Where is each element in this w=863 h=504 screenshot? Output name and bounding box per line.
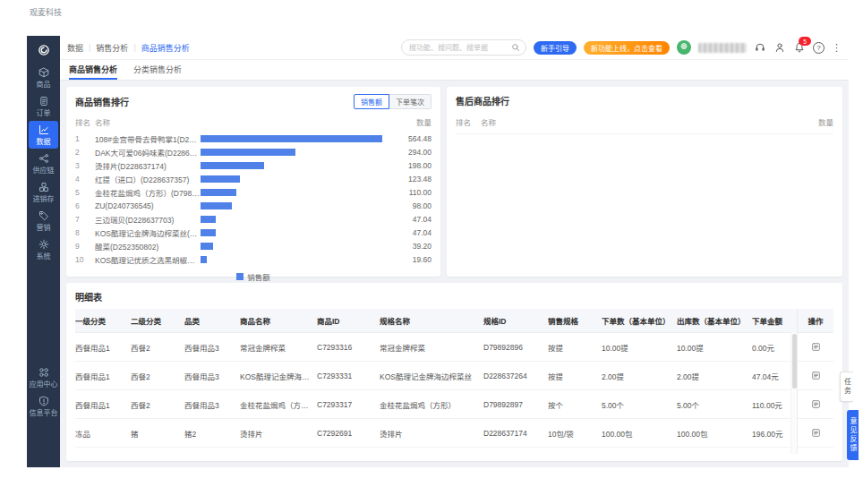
rank-row: 10KOS酷理记优质之选黑胡椒粒(D228634296)19.60 [75,252,432,266]
sidebar-item-应用中心[interactable]: 应用中心 [29,363,58,391]
table-cell: 100.00包 [602,428,677,439]
metric-toggle-下单笔次[interactable]: 下单笔次 [389,94,432,109]
legend-label: 销售额 [247,271,270,282]
tab-商品销售分析[interactable]: 商品销售分析 [69,60,117,80]
table-cell: 2.00提 [677,371,752,381]
sales-rank-rows: 1108#金宫带骨去骨鸭掌1(D228637144)564.482DAK大可爱0… [75,132,432,266]
newbie-guide-button[interactable]: 新手引导 [534,41,577,55]
topbar-right: 新手引导 新功能上线，点击查看 5 ? ⋮ [401,39,842,56]
inventory-icon [38,182,49,192]
detail-table-card: 明细表 一级分类二级分类品类商品名称商品ID规格名称规格ID销售规格下单数（基本… [66,283,842,461]
rank-number: 5 [75,188,95,197]
table-cell: C7292691 [317,429,380,438]
search-icon[interactable] [511,43,520,52]
metric-toggle-销售额[interactable]: 销售额 [354,94,389,109]
view-detail-icon[interactable] [811,342,821,352]
sidebar-item-信息平台[interactable]: 信息平台 [29,392,58,420]
op-cell [798,448,833,454]
sidebar-item-数据[interactable]: 数据 [29,121,58,149]
table-row: 西餐用品1西餐2西餐用品3KOS酷理记金牌海边榨菜丝C7293331KOS酷理记… [75,362,833,390]
more-options-icon[interactable]: ⋮ [832,43,842,53]
rank-number: 1 [75,134,95,143]
sales-rank-title: 商品销售排行 [75,95,129,108]
sales-rank-card: 商品销售排行 销售额下单笔次 排名 名称 数量 1108#金宫带骨去骨鸭掌1(D… [66,87,440,277]
legend-swatch [236,273,244,280]
view-detail-icon[interactable] [811,371,821,380]
help-icon[interactable]: ? [813,42,825,54]
rank-row: 8KOS酷理记金牌海边榨菜丝(D228637264)47.04 [75,226,432,239]
table-cell: KOS酷理记金牌海边榨菜丝 [240,371,317,381]
table-cell: 5.00个 [602,399,677,410]
sidebar-item-进销存[interactable]: 进销存 [29,178,58,206]
table-cell: C7293331 [317,372,380,380]
breadcrumb-data[interactable]: 数据 [67,42,83,54]
rank-number: 7 [75,215,95,224]
bar-track [201,189,394,196]
search-input[interactable] [407,43,508,53]
customer-service-icon[interactable] [754,41,766,54]
col-value: 数量 [818,116,833,127]
redacted-username [698,43,747,53]
op-column: 操作 [797,309,833,454]
info-icon [38,396,49,406]
table-col-header: 商品ID [317,315,380,326]
view-detail-icon[interactable] [811,428,821,438]
product-name: 108#金宫带骨去骨鸭掌1(D228637144) [95,133,201,144]
notification-badge: 5 [799,37,811,46]
table-cell: 猪2 [184,428,240,439]
new-feature-promo-button[interactable]: 新功能上线，点击查看 [584,41,670,55]
goods-icon [38,67,49,78]
sidebar-item-营销[interactable]: 营销 [29,207,58,235]
avatar[interactable] [677,40,691,55]
table-cell: 冻品 [75,428,131,439]
table-cell: 西餐2 [131,371,184,381]
main-area: 数据 | 销售分析 | 商品销售分析 新手引导 新功能上线，点击查看 [60,36,849,467]
op-cell [798,390,833,419]
sidebar-item-label: 供应链 [33,165,55,175]
sidebar-item-供应链[interactable]: 供应链 [29,149,58,177]
table-col-header: 下单数（基本单位） [602,315,677,326]
table-cell: C7293316 [317,343,380,352]
sidebar-item-label: 应用中心 [30,379,58,389]
product-name: DAK大可爱06妈味素(D228633861) [95,147,201,158]
table-cell: 西餐用品1 [75,342,131,353]
bar-value: 110.00 [394,188,432,197]
detail-table-title: 明细表 [75,290,833,303]
bar [201,135,382,142]
col-rank: 排名 [456,116,481,127]
bar-track [201,175,394,183]
sidebar-item-商品[interactable]: 商品 [29,64,58,91]
detail-table-body: 西餐用品1西餐2西餐用品3常冠金牌榨菜C7293316常冠金牌榨菜D798928… [75,333,833,454]
sidebar-item-订单[interactable]: 订单 [29,92,58,120]
bar-value: 294.00 [394,148,432,157]
table-col-header: 二级分类 [131,315,184,326]
feedback-float-tab[interactable]: 意见反馈 [847,410,859,460]
app-window: 商品订单数据供应链进销存营销系统 应用中心信息平台 数据 | 销售分析 | 商品… [27,36,849,467]
user-icon[interactable] [773,41,786,54]
bar [201,189,236,196]
bell-icon[interactable]: 5 [793,41,806,54]
table-cell: 按个 [548,399,602,410]
task-float-tab[interactable]: 任务 [840,372,853,402]
global-search[interactable] [401,39,526,56]
op-cell [798,333,833,362]
table-cell: 2.00提 [602,371,677,381]
view-detail-icon[interactable] [811,399,821,409]
breadcrumb: 数据 | 销售分析 | 商品销售分析 [67,42,190,54]
order-icon [38,96,49,107]
supply-icon [38,153,49,164]
bar [201,216,216,223]
table-cell: 西餐用品3 [184,399,240,410]
table-cell: 10包/袋 [548,428,602,439]
table-cell: D79892896 [483,343,548,352]
bar-track [201,256,394,263]
tab-分类销售分析[interactable]: 分类销售分析 [133,60,182,80]
logo-icon[interactable] [27,39,60,61]
breadcrumb-sales-analysis[interactable]: 销售分析 [96,42,128,54]
marketing-icon [38,210,49,221]
sidebar-item-label: 数据 [37,136,51,146]
sidebar-item-label: 系统 [37,251,51,261]
sidebar-item-系统[interactable]: 系统 [29,235,58,263]
rank-row: 6ZU(D240736545)98.00 [75,199,432,212]
bar-value: 19.60 [394,255,432,264]
